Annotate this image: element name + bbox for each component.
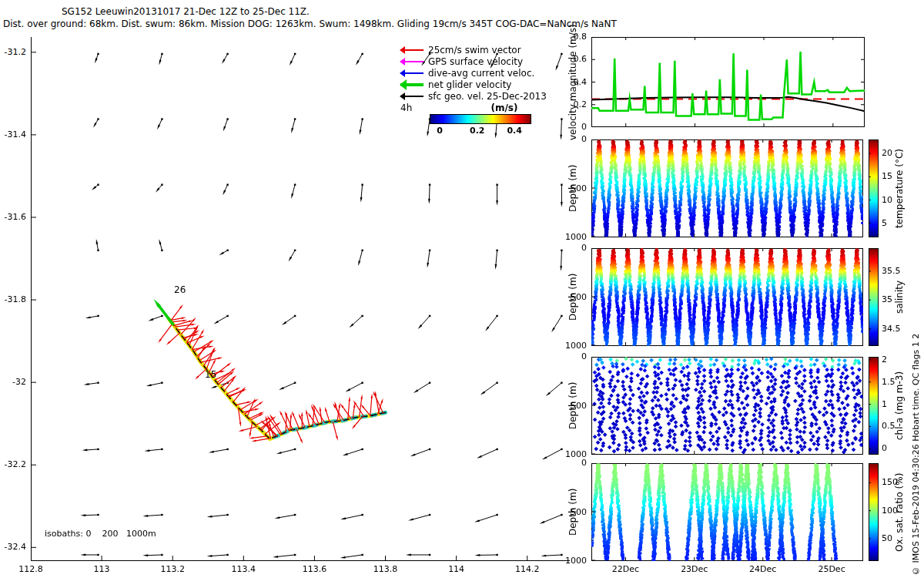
figure-root: SG152 Leeuwin20131017 21-Dec 12Z to 25-D… (0, 0, 924, 578)
time-xtick-label: 22Dec (602, 564, 648, 574)
legend-item-label: GPS surface velocity (428, 56, 523, 67)
legend-arrow-swatch (400, 96, 424, 97)
legend-item: net glider velocity (400, 79, 511, 90)
legend-item: sfc geo. vel. 25-Dec-2013 (400, 90, 547, 102)
colorbar-title-chl: chl-a (mg m-3) (893, 357, 905, 455)
map-xtick-label: 113.2 (153, 564, 192, 574)
map-ytick-label: -31.6 (0, 212, 26, 222)
legend-duration-label: 4h (400, 102, 412, 113)
legend-arrow-swatch (400, 49, 424, 51)
legend-colorbar (430, 114, 531, 124)
colorbar-title-salinity: salinity (893, 248, 905, 346)
legend-item: dive-avg current veloc. (400, 67, 534, 79)
map-xtick-label: 114 (437, 564, 476, 574)
map-xtick-label: 113.4 (224, 564, 263, 574)
map-ytick-label: -32 (0, 377, 26, 387)
map-xtick-label: 112.8 (12, 564, 50, 574)
legend-item-label: 25cm/s swim vector (428, 45, 521, 55)
legend-item-label: dive-avg current veloc. (428, 68, 534, 79)
legend-arrow-swatch (400, 61, 424, 62)
map-ytick-label: -31.8 (0, 294, 26, 304)
velocity-ylabel: velocity magnitude (m/s) (567, 37, 578, 127)
time-xtick-label: 24Dec (740, 564, 786, 574)
colorbar-title-temperature: temperature (°C) (893, 139, 905, 237)
depth-ylabel: Depth (m) (567, 139, 578, 237)
map-ytick-label: -31.4 (0, 129, 26, 139)
time-xtick-label: 25Dec (808, 564, 855, 574)
map-xtick-label: 113 (82, 564, 121, 574)
map-ytick-label: -31.2 (0, 47, 26, 57)
time-xtick-label: 23Dec (671, 564, 718, 574)
colorbar-temperature (869, 139, 879, 237)
legend-colorbar-tick: 0 (424, 126, 455, 136)
colorbar-chl (869, 357, 879, 455)
panel-canvas-chl (591, 357, 863, 455)
map-xtick-label: 114.2 (508, 564, 547, 574)
dive-number-label: 15 (205, 369, 216, 380)
panel-canvas-temperature (591, 139, 863, 237)
legend-arrow-swatch (400, 72, 424, 74)
panel-canvas-velocity (591, 37, 865, 127)
legend-colorbar-tick: 0.4 (499, 126, 530, 136)
legend-arrow-swatch (400, 83, 424, 86)
attribution-text: © IMOS 15-Feb-2019 04:30:26 Hobart time.… (911, 221, 921, 576)
legend-item: GPS surface velocity (400, 55, 523, 67)
depth-ylabel: Depth (m) (567, 463, 578, 561)
map-xtick-label: 113.6 (295, 564, 333, 574)
map-xtick-label: 113.8 (367, 564, 405, 574)
dive-number-label: 26 (174, 284, 186, 295)
legend-item: 25cm/s swim vector (400, 44, 521, 55)
legend-item-label: net glider velocity (428, 79, 511, 90)
map-ytick-label: -32.4 (0, 542, 26, 552)
isobaths-label: isobaths: 0 200 1000m (45, 529, 156, 539)
legend-item-label: sfc geo. vel. 25-Dec-2013 (428, 91, 547, 102)
colorbar-salinity (869, 248, 879, 346)
legend-colorbar-tick: 0.2 (462, 126, 493, 136)
panel-canvas-salinity (591, 248, 863, 346)
depth-ylabel: Depth (m) (567, 248, 578, 346)
legend-colorbar-title: (m/s) (454, 102, 554, 113)
depth-ylabel: Depth (m) (567, 357, 578, 455)
colorbar-oxygen (869, 463, 879, 561)
map-ytick-label: -32.2 (0, 459, 26, 469)
colorbar-title-oxygen: Ox. sat. ratio (%) (893, 463, 905, 561)
panel-canvas-oxygen (591, 463, 863, 561)
